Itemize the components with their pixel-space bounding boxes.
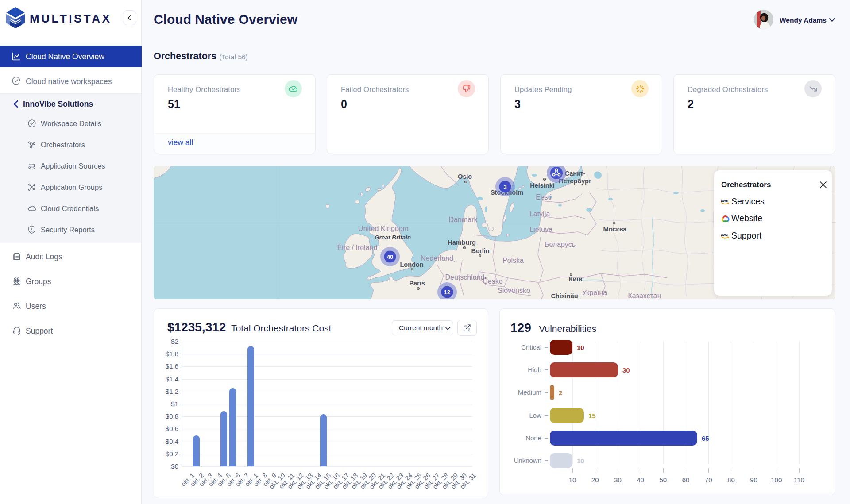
svg-text:Danmark: Danmark [449,216,478,223]
svg-text:Nederland: Nederland [421,254,453,262]
svg-text:Éire / Ireland: Éire / Ireland [337,243,378,251]
svg-text:Chisinău: Chisinău [551,292,578,299]
svg-text:London: London [400,261,423,268]
svg-text:Berlin: Berlin [471,247,489,254]
svg-text:Slovensko: Slovensko [498,287,530,294]
svg-text:Great Britain: Great Britain [375,234,411,241]
svg-text:3: 3 [503,184,506,190]
svg-text:Санкт-: Санкт- [565,170,586,177]
svg-text:Helsinki: Helsinki [530,182,555,189]
svg-text:Deutschland: Deutschland [445,273,485,281]
svg-text:Москва: Москва [603,226,627,233]
svg-text:Україна: Україна [582,289,607,296]
svg-text:Lietuva: Lietuva [529,226,552,233]
svg-text:Беларусь: Беларусь [545,241,576,248]
svg-text:Latvija: Latvija [529,210,550,218]
svg-text:Česko: Česko [483,277,502,285]
svg-text:Polska: Polska [502,257,524,264]
svg-text:Киів: Киів [569,276,583,283]
svg-text:Казахстан: Казахстан [628,292,661,299]
svg-text:Oslo: Oslo [458,173,472,180]
svg-text:12: 12 [444,289,450,296]
svg-text:aws: aws [721,232,728,237]
svg-text:United Kingdom: United Kingdom [358,225,409,232]
svg-text:aws: aws [721,198,728,203]
svg-text:Hamburg: Hamburg [448,239,476,246]
svg-text:40: 40 [387,254,393,260]
svg-text:Paris: Paris [409,280,425,287]
svg-text:Eesti: Eesti [536,193,552,201]
